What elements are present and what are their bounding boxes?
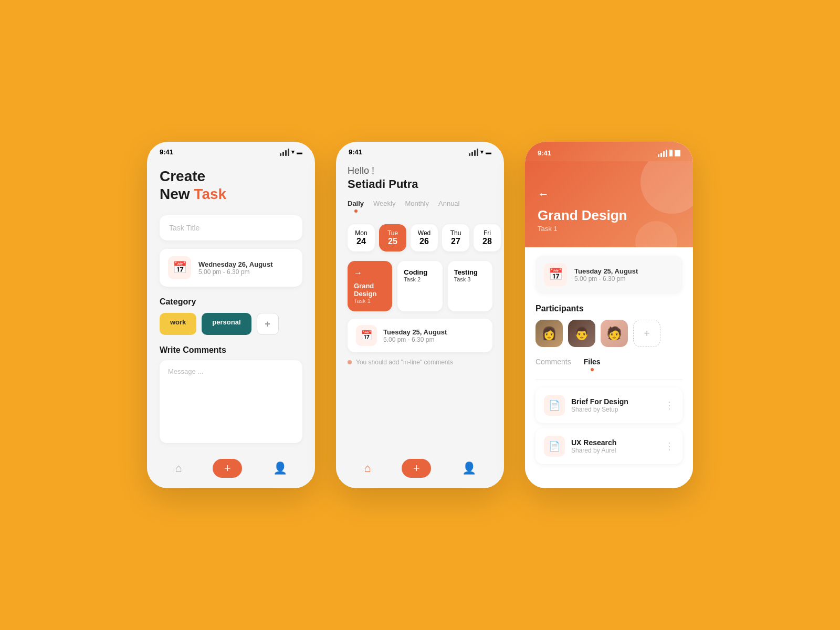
battery-icon-1: ▬: [297, 149, 302, 155]
time-2: 9:41: [349, 148, 362, 156]
write-comments-label: Write Comments: [160, 345, 302, 355]
home-icon-2[interactable]: ⌂: [364, 461, 371, 475]
event-time-2: 5.00 pm - 6.30 pm: [383, 336, 447, 343]
task-name-1: Grand Design: [354, 282, 386, 298]
category-label: Category: [160, 297, 302, 307]
day-num-mon: 24: [354, 237, 369, 246]
tab-annual[interactable]: Annual: [438, 200, 459, 216]
avatar-1: 👩: [536, 320, 563, 347]
file-info-2: UX Research Shared by Aurel: [571, 438, 658, 454]
date-sub-1: 5.00 pm - 6.30 pm: [198, 268, 273, 276]
tab-daily[interactable]: Daily: [348, 200, 364, 216]
file-by-2: Shared by Aurel: [571, 447, 658, 454]
tab-comments[interactable]: Comments: [536, 358, 571, 375]
date-main-3: Tuesday 25, August: [574, 267, 638, 275]
add-button-2[interactable]: +: [402, 459, 431, 478]
avatars-row: 👩 👨 🧑 +: [536, 320, 682, 347]
file-more-2[interactable]: ⋮: [665, 440, 674, 452]
day-name-mon: Mon: [354, 229, 369, 237]
home-icon-1[interactable]: ⌂: [175, 461, 182, 475]
phone2: 9:41 ▾ ▬ Hello ! Setiadi Putra Daily Wee…: [336, 142, 504, 488]
bottom-nav-2: ⌂ + 👤: [336, 452, 504, 488]
event-info-2: Tuesday 25, August 5.00 pm - 6.30 pm: [383, 328, 447, 343]
tab-monthly[interactable]: Monthly: [405, 200, 429, 216]
phone3-content: 📅 Tuesday 25, August 5.00 pm - 6.30 pm P…: [525, 247, 693, 488]
date-main-1: Wednesday 26, August: [198, 260, 273, 268]
add-participant-button[interactable]: +: [633, 320, 660, 347]
back-arrow[interactable]: ←: [538, 187, 680, 201]
add-tag-button[interactable]: +: [257, 313, 279, 335]
day-wed[interactable]: Wed 26: [411, 224, 438, 251]
day-num-thu: 27: [448, 237, 463, 246]
phones-container: 9:41 ▾ ▬ Create New Task Task Title 📅 We…: [147, 142, 693, 488]
signal-icon-1: [280, 149, 289, 156]
phone1-content: Create New Task Task Title 📅 Wednesday 2…: [147, 159, 315, 452]
message-box[interactable]: Message ...: [160, 360, 302, 443]
hint-dot: [348, 360, 352, 364]
task-sub-1: Task 1: [354, 298, 386, 304]
tag-personal[interactable]: personal: [202, 313, 251, 335]
avatar-2: 👨: [568, 320, 595, 347]
file-more-1[interactable]: ⋮: [665, 400, 674, 411]
phone1: 9:41 ▾ ▬ Create New Task Task Title 📅 We…: [147, 142, 315, 488]
day-thu[interactable]: Thu 27: [442, 224, 469, 251]
day-num-tue: 25: [385, 237, 400, 246]
task-arrow-1: →: [354, 268, 386, 278]
date-card-1: 📅 Wednesday 26, August 5.00 pm - 6.30 pm: [160, 249, 302, 287]
day-name-wed: Wed: [417, 229, 432, 237]
project-sub: Task 1: [538, 225, 680, 233]
status-icons-2: ▾ ▬: [469, 149, 491, 156]
time-1: 9:41: [160, 148, 173, 156]
phone3-header: ← Grand Design Task 1: [525, 161, 693, 247]
date-row-3: 📅 Tuesday 25, August 5.00 pm - 6.30 pm: [536, 256, 682, 293]
task-coding[interactable]: Coding Task 2: [397, 261, 442, 311]
profile-icon-1[interactable]: 👤: [273, 461, 287, 475]
tasks-grid: → Grand Design Task 1 Coding Task 2 Test…: [348, 261, 492, 311]
tag-work[interactable]: work: [160, 313, 196, 335]
user-name: Setiadi Putra: [348, 177, 492, 191]
status-icons-3: ▾ ▬: [658, 150, 680, 157]
task-name-2: Coding: [404, 268, 436, 276]
day-tue[interactable]: Tue 25: [379, 224, 406, 251]
file-info-1: Brief For Design Shared by Setup: [571, 397, 658, 413]
battery-icon-3: ▬: [675, 150, 680, 156]
wifi-icon-2: ▾: [480, 149, 484, 155]
create-title: Create New Task: [160, 167, 302, 203]
day-num-fri: 28: [480, 237, 495, 246]
day-mon[interactable]: Mon 24: [348, 224, 375, 251]
calendar-icon-2: 📅: [356, 325, 377, 346]
day-fri[interactable]: Fri 28: [474, 224, 501, 251]
task-input[interactable]: Task Title: [160, 215, 302, 240]
task-sub-2: Task 2: [404, 276, 436, 282]
message-placeholder: Message ...: [168, 368, 203, 375]
tab-files[interactable]: Files: [584, 358, 601, 375]
status-bar-3: 9:41 ▾ ▬: [525, 142, 693, 161]
file-name-1: Brief For Design: [571, 397, 658, 406]
file-icon-2: 📄: [544, 436, 565, 457]
event-date-2: Tuesday 25, August: [383, 328, 447, 336]
participants-section: Participants 👩 👨 🧑 +: [536, 304, 682, 347]
status-icons-1: ▾ ▬: [280, 149, 302, 156]
status-bar-1: 9:41 ▾ ▬: [147, 142, 315, 159]
task-grand-design[interactable]: → Grand Design Task 1: [348, 261, 392, 311]
file-by-1: Shared by Setup: [571, 406, 658, 413]
category-tags: work personal +: [160, 313, 302, 335]
bottom-nav-1: ⌂ + 👤: [147, 452, 315, 488]
phone2-content: Hello ! Setiadi Putra Daily Weekly Month…: [336, 159, 504, 452]
calendar-icon-3: 📅: [544, 263, 567, 286]
date-sub-3: 5.00 pm - 6.30 pm: [574, 275, 638, 282]
task-sub-3: Task 3: [454, 276, 486, 282]
task-name-3: Testing: [454, 268, 486, 276]
tab-weekly[interactable]: Weekly: [373, 200, 395, 216]
wifi-icon-1: ▾: [291, 149, 295, 155]
file-item-1[interactable]: 📄 Brief For Design Shared by Setup ⋮: [536, 387, 682, 423]
file-item-2[interactable]: 📄 UX Research Shared by Aurel ⋮: [536, 428, 682, 464]
add-button-1[interactable]: +: [213, 459, 242, 478]
task-testing[interactable]: Testing Task 3: [448, 261, 492, 311]
day-name-tue: Tue: [385, 229, 400, 237]
date-text-1: Wednesday 26, August 5.00 pm - 6.30 pm: [198, 260, 273, 276]
profile-icon-2[interactable]: 👤: [462, 461, 476, 475]
signal-icon-2: [469, 149, 478, 156]
event-card-2: 📅 Tuesday 25, August 5.00 pm - 6.30 pm: [348, 319, 492, 352]
participants-label: Participants: [536, 304, 682, 313]
